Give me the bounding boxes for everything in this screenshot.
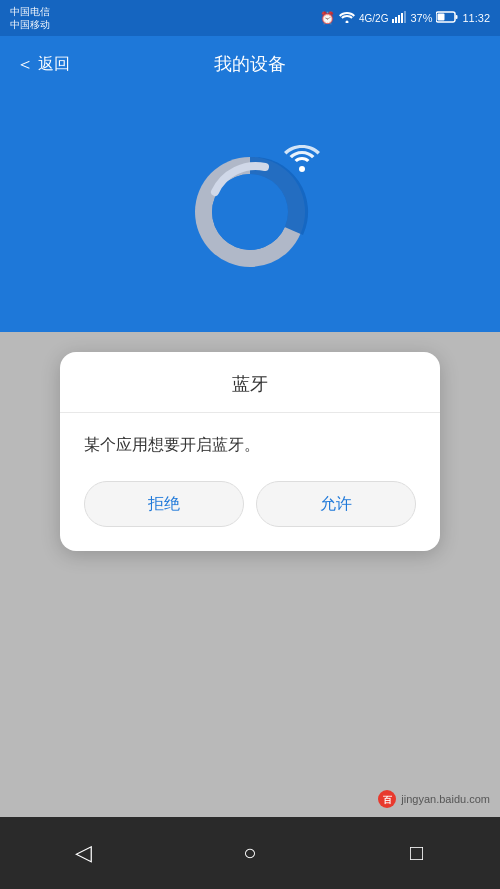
dialog-buttons: 拒绝 允许 — [60, 481, 440, 551]
wifi-status-icon — [339, 11, 355, 26]
svg-rect-7 — [438, 13, 445, 20]
allow-button[interactable]: 允许 — [256, 481, 416, 527]
nav-bar: ◁ ○ □ — [0, 817, 500, 889]
watermark-text: jingyan.baidu.com — [401, 793, 490, 805]
device-illustration — [170, 132, 330, 292]
battery-icon — [436, 11, 458, 26]
back-arrow-icon: ＜ — [16, 52, 34, 76]
svg-rect-4 — [401, 13, 403, 23]
svg-rect-8 — [456, 15, 458, 19]
nav-home-button[interactable]: ○ — [220, 833, 280, 873]
svg-text:百: 百 — [383, 795, 393, 805]
nav-recent-icon: □ — [410, 840, 423, 866]
reject-label: 拒绝 — [148, 494, 180, 515]
time: 11:32 — [462, 12, 490, 24]
dialog-title: 蓝牙 — [232, 374, 268, 394]
svg-rect-3 — [398, 15, 400, 23]
dialog-body: 某个应用想要开启蓝牙。 — [60, 413, 440, 481]
nav-back-icon: ◁ — [75, 840, 92, 866]
allow-label: 允许 — [320, 494, 352, 515]
alarm-icon: ⏰ — [320, 11, 335, 25]
back-label: 返回 — [38, 54, 70, 75]
wifi-device-icon — [284, 142, 320, 179]
reject-button[interactable]: 拒绝 — [84, 481, 244, 527]
nav-back-button[interactable]: ◁ — [53, 833, 113, 873]
back-button[interactable]: ＜ 返回 — [16, 52, 70, 76]
baidu-watermark: 百 jingyan.baidu.com — [377, 789, 490, 809]
carrier-info: 中国电信 中国移动 — [10, 5, 50, 31]
signal-icon: 4G/2G — [359, 13, 388, 24]
svg-rect-2 — [395, 17, 397, 23]
svg-point-0 — [345, 20, 348, 23]
dialog-title-bar: 蓝牙 — [60, 352, 440, 413]
svg-rect-5 — [404, 11, 406, 23]
status-icons: ⏰ 4G/2G 37% 11:32 — [320, 11, 490, 26]
app-header: ＜ 返回 我的设备 — [0, 36, 500, 92]
carrier1: 中国电信 — [10, 5, 50, 18]
svg-rect-1 — [392, 19, 394, 23]
device-area — [0, 92, 500, 332]
dialog-backdrop: 蓝牙 某个应用想要开启蓝牙。 拒绝 允许 — [0, 332, 500, 817]
status-bar: 中国电信 中国移动 ⏰ 4G/2G 37% — [0, 0, 500, 36]
bluetooth-dialog: 蓝牙 某个应用想要开启蓝牙。 拒绝 允许 — [60, 352, 440, 551]
signal-bar-icon — [392, 11, 406, 26]
dialog-message: 某个应用想要开启蓝牙。 — [84, 436, 260, 453]
carrier2: 中国移动 — [10, 18, 50, 31]
svg-point-9 — [299, 166, 305, 172]
battery-percent: 37% — [410, 12, 432, 24]
page-title: 我的设备 — [214, 52, 286, 76]
nav-home-icon: ○ — [243, 840, 256, 866]
nav-recent-button[interactable]: □ — [387, 833, 447, 873]
